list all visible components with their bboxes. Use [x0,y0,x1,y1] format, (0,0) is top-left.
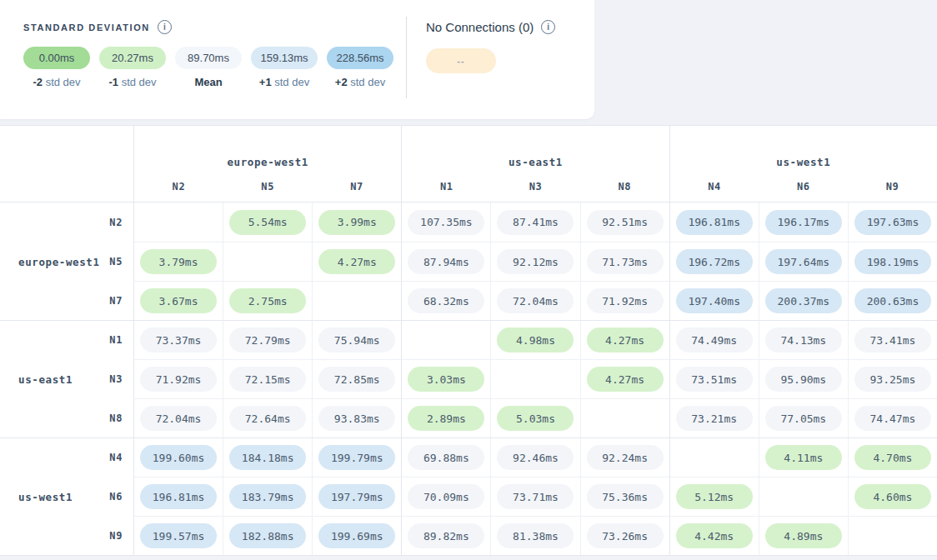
latency-cell: 74.47ms [848,398,937,438]
latency-cell-pill[interactable]: 4.11ms [765,445,842,470]
latency-cell-pill[interactable]: 75.36ms [587,484,664,509]
latency-cell-pill[interactable]: 5.12ms [676,484,753,509]
latency-cell-pill[interactable]: 95.90ms [765,367,842,392]
latency-cell-pill[interactable]: 5.54ms [229,210,306,235]
latency-cell-pill[interactable]: 182.88ms [229,523,306,548]
latency-cell-pill[interactable]: 197.40ms [676,288,753,313]
latency-cell-pill[interactable]: 68.32ms [408,288,484,313]
row-region-label: us-east1 [18,372,73,385]
latency-cell-pill[interactable]: 196.81ms [140,484,217,509]
latency-cell-pill[interactable]: 71.92ms [587,288,664,313]
latency-cell-pill[interactable]: 184.18ms [229,445,306,470]
latency-cell-pill[interactable]: 197.79ms [318,484,395,509]
latency-cell-pill[interactable]: 73.71ms [497,484,574,509]
latency-cell-pill[interactable]: 93.83ms [318,406,395,431]
latency-cell-pill[interactable]: 198.19ms [854,249,931,274]
latency-cell: 73.26ms [580,516,669,555]
latency-cell-pill[interactable]: 74.13ms [765,328,842,352]
latency-cell: 182.88ms [223,516,312,555]
latency-cell-pill[interactable]: 4.27ms [318,249,395,274]
latency-cell-pill[interactable]: 93.25ms [854,367,931,392]
latency-cell-pill[interactable]: 196.17ms [765,210,842,235]
latency-cell-pill[interactable]: 72.04ms [497,288,574,313]
latency-cell-pill[interactable]: 73.37ms [140,328,217,352]
latency-cell-pill[interactable]: 3.67ms [140,288,217,313]
latency-cell-pill[interactable]: 4.60ms [854,484,931,509]
latency-cell-pill[interactable]: 199.79ms [318,445,395,470]
latency-cell: 183.79ms [223,477,312,516]
latency-cell-pill[interactable]: 196.72ms [676,249,753,274]
row-region-label: europe-west1 [18,255,100,268]
latency-cell-pill[interactable]: 199.60ms [140,445,217,470]
latency-cell: 197.40ms [669,281,759,320]
latency-cell: 75.94ms [312,320,401,359]
latency-cell-self [848,516,937,555]
latency-cell-pill[interactable]: 92.51ms [587,210,664,235]
latency-cell-pill[interactable]: 2.89ms [408,406,484,431]
info-icon[interactable]: i [541,20,555,34]
latency-cell-pill[interactable]: 92.24ms [587,445,664,470]
latency-cell: 199.60ms [133,438,223,477]
latency-cell-pill[interactable]: 4.70ms [854,445,931,470]
latency-cell: 4.27ms [580,359,669,398]
latency-cell-pill[interactable]: 199.57ms [140,523,217,548]
latency-cell-pill[interactable]: 73.21ms [676,406,753,431]
latency-cell-pill[interactable]: 74.49ms [676,328,753,352]
latency-cell-pill[interactable]: 89.82ms [408,523,484,548]
latency-cell-pill[interactable]: 3.99ms [318,210,395,235]
latency-cell-pill[interactable]: 3.79ms [140,249,217,274]
latency-cell-pill[interactable]: 4.98ms [497,328,574,352]
column-node-labels: N4N6N9 [670,181,937,192]
latency-cell-pill[interactable]: 197.63ms [854,210,931,235]
latency-cell-pill[interactable]: 72.64ms [229,406,306,431]
latency-cell: 71.92ms [580,281,669,320]
row-header-N8: N8 [0,398,133,438]
latency-cell-pill[interactable]: 200.63ms [854,288,931,313]
latency-cell-pill[interactable]: 4.27ms [587,367,664,392]
latency-cell: 4.98ms [490,320,579,359]
latency-cell: 87.94ms [401,242,490,281]
latency-cell-pill[interactable]: 72.85ms [318,367,395,392]
latency-cell-pill[interactable]: 183.79ms [229,484,306,509]
latency-cell-pill[interactable]: 200.37ms [765,288,842,313]
latency-cell-pill[interactable]: 3.03ms [408,367,484,392]
latency-cell-pill[interactable]: 92.46ms [497,445,574,470]
latency-cell-pill[interactable]: 71.92ms [140,367,217,392]
latency-cell-self [133,202,223,242]
latency-cell-pill[interactable]: 87.94ms [408,249,484,274]
latency-cell-pill[interactable]: 73.51ms [676,367,753,392]
latency-cell-pill[interactable]: 77.05ms [765,406,842,431]
latency-cell-pill[interactable]: 72.04ms [140,406,217,431]
latency-cell-pill[interactable]: 74.47ms [854,406,931,431]
latency-cell-pill[interactable]: 92.12ms [497,249,574,274]
latency-cell-pill[interactable]: 107.35ms [408,210,484,235]
legend-title-label: STANDARD DEVIATION [23,22,150,32]
info-icon[interactable]: i [158,20,172,34]
latency-cell-pill[interactable]: 196.81ms [676,210,753,235]
latency-cell: 72.64ms [223,398,312,438]
latency-cell-pill[interactable]: 69.88ms [408,445,484,470]
latency-cell-pill[interactable]: 4.42ms [676,523,753,548]
latency-cell-pill[interactable]: 72.15ms [229,367,306,392]
latency-cell-pill[interactable]: 81.38ms [497,523,574,548]
latency-cell-pill[interactable]: 75.94ms [318,328,395,352]
latency-cell: 77.05ms [759,398,848,438]
latency-cell-pill[interactable]: 71.73ms [587,249,664,274]
latency-cell-pill[interactable]: 4.89ms [765,523,842,548]
latency-cell-pill[interactable]: 87.41ms [497,210,574,235]
latency-cell: 4.27ms [312,242,401,281]
latency-cell-pill[interactable]: 73.41ms [854,328,931,352]
latency-cell-pill[interactable]: 73.26ms [587,523,664,548]
latency-cell-pill[interactable]: 72.79ms [229,328,306,352]
latency-cell-pill[interactable]: 4.27ms [587,328,664,352]
matrix-corner-cell [0,126,133,202]
latency-cell-pill[interactable]: 5.03ms [497,406,574,431]
latency-cell-pill[interactable]: 2.75ms [229,288,306,313]
latency-cell: 73.51ms [669,359,759,398]
latency-cell-pill[interactable]: 197.64ms [765,249,842,274]
legend-divider [406,17,407,98]
latency-cell-pill[interactable]: 199.69ms [318,523,395,548]
row-header-N9: N9 [0,516,133,555]
latency-cell-pill[interactable]: 70.09ms [408,484,484,509]
latency-cell-self [312,281,401,320]
